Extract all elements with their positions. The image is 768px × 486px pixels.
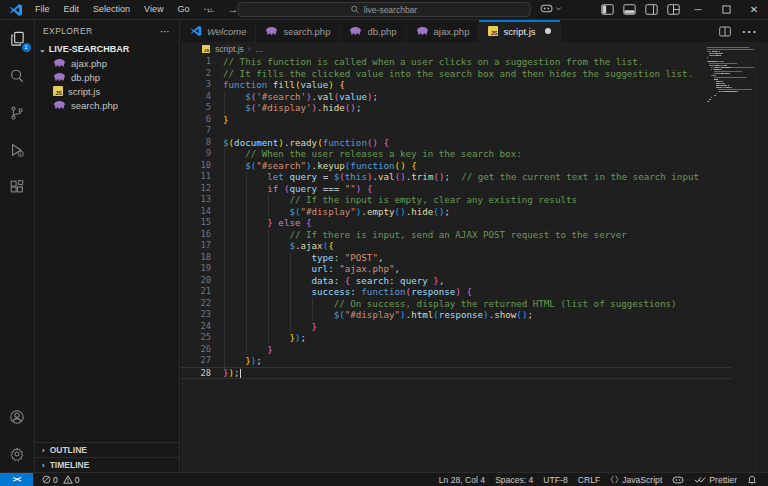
line-number[interactable]: 7 bbox=[181, 125, 211, 137]
line-number[interactable]: 10 bbox=[181, 160, 211, 172]
breadcrumb[interactable]: JS script.js › … bbox=[181, 42, 768, 56]
line-number[interactable]: 15 bbox=[181, 217, 211, 229]
code-line[interactable]: 11 let query = $(this).val().trim(); // … bbox=[181, 171, 732, 183]
tab-db.php[interactable]: db.php bbox=[340, 20, 406, 42]
menu-go[interactable]: Go bbox=[170, 0, 196, 19]
code-line[interactable]: 18 type: "POST", bbox=[181, 252, 732, 264]
line-number[interactable]: 22 bbox=[181, 298, 211, 310]
code-line[interactable]: 24 } bbox=[181, 321, 732, 333]
line-number[interactable]: 1 bbox=[181, 56, 211, 68]
line-number[interactable]: 4 bbox=[181, 91, 211, 103]
tab-search.php[interactable]: search.php bbox=[256, 20, 340, 42]
status-cursor-position[interactable]: Ln 28, Col 4 bbox=[434, 473, 490, 486]
code-line[interactable]: 23 $("#display").html(response).show(); bbox=[181, 309, 732, 321]
line-number[interactable]: 18 bbox=[181, 252, 211, 264]
code-line[interactable]: 4 $('#search').val(value); bbox=[181, 91, 732, 103]
code-line[interactable]: 20 data: { search: query }, bbox=[181, 275, 732, 287]
status-encoding[interactable]: UTF-8 bbox=[538, 473, 572, 486]
activity-run-debug[interactable] bbox=[0, 131, 35, 168]
line-number[interactable]: 9 bbox=[181, 148, 211, 160]
line-number[interactable]: 16 bbox=[181, 229, 211, 241]
code-line[interactable]: 28}); bbox=[181, 367, 732, 380]
code-line[interactable]: 25 }); bbox=[181, 332, 732, 344]
status-language-mode[interactable]: JavaScript bbox=[605, 473, 667, 486]
file-item-search.php[interactable]: search.php bbox=[35, 98, 179, 112]
menu-selection[interactable]: Selection bbox=[86, 0, 137, 19]
back-button[interactable]: ← bbox=[202, 0, 220, 19]
code-line[interactable]: 15 } else { bbox=[181, 217, 732, 229]
code-line[interactable]: 9 // When the user releases a key in the… bbox=[181, 148, 732, 160]
line-number[interactable]: 2 bbox=[181, 68, 211, 80]
activity-accounts[interactable] bbox=[0, 398, 35, 435]
line-number[interactable]: 6 bbox=[181, 114, 211, 126]
code-line[interactable]: 2// It fills the clicked value into the … bbox=[181, 68, 732, 80]
toggle-panel-icon[interactable] bbox=[618, 0, 640, 19]
line-number[interactable]: 23 bbox=[181, 309, 211, 321]
code-line[interactable]: 8$(document).ready(function() { bbox=[181, 137, 732, 149]
code-line[interactable]: 6} bbox=[181, 114, 732, 126]
customize-layout-icon[interactable] bbox=[662, 0, 684, 19]
line-number[interactable]: 17 bbox=[181, 240, 211, 252]
code-line[interactable]: 22 // On success, display the returned H… bbox=[181, 298, 732, 310]
file-item-ajax.php[interactable]: ajax.php bbox=[35, 56, 179, 70]
line-number[interactable]: 19 bbox=[181, 263, 211, 275]
tab-Welcome[interactable]: Welcome bbox=[181, 20, 256, 42]
status-copilot[interactable] bbox=[667, 473, 689, 486]
line-number[interactable]: 27 bbox=[181, 355, 211, 367]
section-outline[interactable]: ›OUTLINE bbox=[35, 442, 179, 457]
activity-explorer[interactable]: 1 bbox=[0, 20, 35, 57]
code-line[interactable]: 21 success: function(response) { bbox=[181, 286, 732, 298]
line-number[interactable]: 3 bbox=[181, 79, 211, 91]
section-timeline[interactable]: ›TIMELINE bbox=[35, 457, 179, 472]
line-number[interactable]: 28 bbox=[181, 368, 211, 379]
more-actions-icon[interactable]: ⋯ bbox=[741, 22, 758, 41]
menu-view[interactable]: View bbox=[137, 0, 170, 19]
command-center-search[interactable]: live-searchbar bbox=[238, 2, 531, 17]
maximize-button[interactable] bbox=[712, 0, 740, 19]
activity-search[interactable] bbox=[0, 57, 35, 94]
copilot-menu[interactable] bbox=[540, 3, 562, 14]
status-indentation[interactable]: Spaces: 4 bbox=[490, 473, 538, 486]
line-number[interactable]: 20 bbox=[181, 275, 211, 287]
toggle-sidebar-icon[interactable] bbox=[596, 0, 618, 19]
line-number[interactable]: 5 bbox=[181, 102, 211, 114]
toggle-secondary-sidebar-icon[interactable] bbox=[640, 0, 662, 19]
code-line[interactable]: 27 }); bbox=[181, 355, 732, 367]
line-number[interactable]: 21 bbox=[181, 286, 211, 298]
line-number[interactable]: 8 bbox=[181, 137, 211, 149]
line-number[interactable]: 26 bbox=[181, 344, 211, 356]
menu-file[interactable]: File bbox=[28, 0, 57, 19]
code-line[interactable]: 10 $("#search").keyup(function() { bbox=[181, 160, 732, 172]
code-line[interactable]: 13 // If the input is empty, clear any e… bbox=[181, 194, 732, 206]
status-notifications[interactable] bbox=[742, 473, 762, 486]
code-line[interactable]: 17 $.ajax({ bbox=[181, 240, 732, 252]
code-line[interactable]: 5 $('#display').hide(); bbox=[181, 102, 732, 114]
line-number[interactable]: 11 bbox=[181, 171, 211, 183]
line-number[interactable]: 12 bbox=[181, 183, 211, 195]
remote-indicator[interactable]: >< bbox=[0, 473, 33, 486]
tab-ajax.php[interactable]: ajax.php bbox=[407, 20, 480, 42]
split-editor-icon[interactable] bbox=[719, 26, 731, 37]
code-editor[interactable]: 1// This function is called when a user … bbox=[181, 56, 768, 472]
status-eol[interactable]: CRLF bbox=[573, 473, 605, 486]
explorer-actions-icon[interactable]: ⋯ bbox=[160, 26, 171, 37]
file-item-db.php[interactable]: db.php bbox=[35, 70, 179, 84]
code-line[interactable]: 7 bbox=[181, 125, 732, 137]
code-line[interactable]: 14 $("#display").empty().hide(); bbox=[181, 206, 732, 218]
folder-root[interactable]: ⌄ LIVE-SEARCHBAR bbox=[35, 42, 179, 56]
menu-edit[interactable]: Edit bbox=[57, 0, 87, 19]
code-line[interactable]: 3function fill(value) { bbox=[181, 79, 732, 91]
editor-scrollbar[interactable] bbox=[755, 42, 768, 472]
activity-settings[interactable] bbox=[0, 435, 35, 472]
line-number[interactable]: 25 bbox=[181, 332, 211, 344]
tab-script.js[interactable]: JSscript.js bbox=[479, 20, 560, 42]
code-line[interactable]: 16 // If there is input, send an AJAX PO… bbox=[181, 229, 732, 241]
minimize-button[interactable]: ─ bbox=[684, 0, 712, 19]
close-button[interactable]: ✕ bbox=[740, 0, 768, 19]
code-line[interactable]: 1// This function is called when a user … bbox=[181, 56, 732, 68]
activity-extensions[interactable] bbox=[0, 168, 35, 205]
line-number[interactable]: 13 bbox=[181, 194, 211, 206]
minimap[interactable] bbox=[707, 47, 755, 103]
status-formatter[interactable]: Prettier bbox=[689, 473, 742, 486]
line-number[interactable]: 14 bbox=[181, 206, 211, 218]
